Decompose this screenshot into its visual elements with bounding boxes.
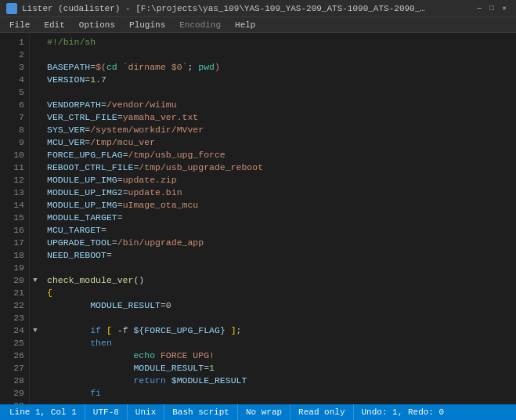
- status-wrap: No wrap: [238, 404, 290, 420]
- fold-gutter: ▼ ▼ ▼ ▼: [30, 33, 41, 404]
- title-bar: Lister (cudalister) - [F:\projects\yas_1…: [0, 0, 516, 17]
- menu-plugins[interactable]: Plugins: [123, 19, 171, 31]
- editor: 1 2 3 4 5 6 7 8 9 10 11 12 13 14 15 16 1…: [0, 33, 516, 404]
- menu-bar: File Edit Options Plugins Encoding Help: [0, 17, 516, 33]
- line-numbers: 1 2 3 4 5 6 7 8 9 10 11 12 13 14 15 16 1…: [0, 33, 30, 404]
- menu-options[interactable]: Options: [73, 19, 121, 31]
- status-line-ending: Unix: [128, 404, 164, 420]
- status-undo-redo: Undo: 1, Redo: 0: [354, 404, 453, 420]
- menu-help[interactable]: Help: [229, 19, 262, 31]
- window-title: Lister (cudalister) - [F:\projects\yas_1…: [22, 4, 429, 13]
- menu-encoding[interactable]: Encoding: [173, 19, 227, 31]
- status-encoding: UTF-8: [85, 404, 128, 420]
- status-syntax: Bash script: [164, 404, 238, 420]
- close-button[interactable]: ✕: [499, 3, 510, 14]
- menu-edit[interactable]: Edit: [38, 19, 70, 31]
- app-icon: [6, 3, 17, 14]
- status-position: Line 1, Col 1: [6, 404, 85, 420]
- code-content[interactable]: #!/bin/sh BASEPATH=$(cd `dirname $0`; pw…: [41, 33, 516, 404]
- status-read-mode: Read only: [290, 404, 353, 420]
- menu-file[interactable]: File: [3, 19, 36, 31]
- maximize-button[interactable]: □: [486, 3, 497, 14]
- status-bar: Line 1, Col 1 UTF-8 Unix Bash script No …: [0, 404, 516, 420]
- window-controls[interactable]: ─ □ ✕: [474, 3, 510, 14]
- minimize-button[interactable]: ─: [474, 3, 485, 14]
- title-bar-left: Lister (cudalister) - [F:\projects\yas_1…: [6, 3, 429, 14]
